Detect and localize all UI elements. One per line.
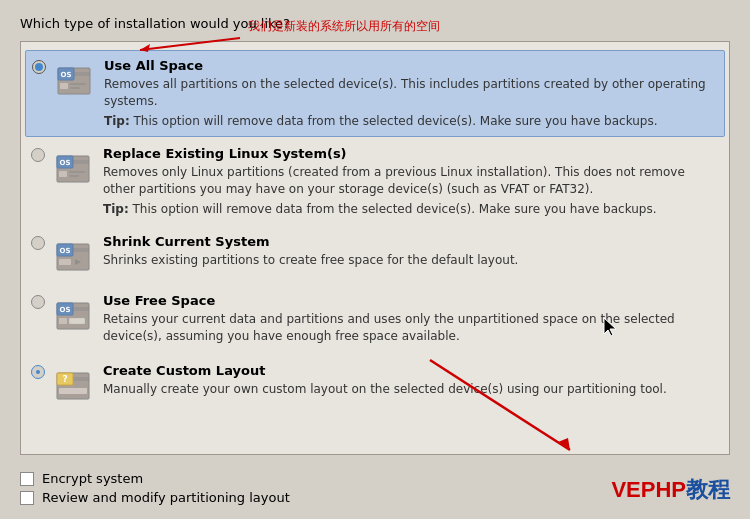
disk-free-icon: OS [53,293,93,333]
svg-rect-24 [69,318,85,324]
main-container: Which type of installation would you lik… [0,0,750,519]
disk-custom-icon: ? [53,363,93,403]
text-col-1: Use All Space Removes all partitions on … [104,58,718,129]
svg-text:OS: OS [60,247,71,255]
option-desc-4: Retains your current data and partitions… [103,311,719,345]
icon-col-3: OS [53,234,95,277]
icon-col-4: OS [53,293,95,336]
text-col-2: Replace Existing Linux System(s) Removes… [103,146,719,217]
radio-indicator-2 [31,148,45,162]
option-replace-linux[interactable]: OS Replace Existing Linux System(s) Remo… [25,139,725,224]
svg-text:?: ? [62,374,67,384]
option-shrink-current[interactable]: OS Shrink Current System Shrinks existin… [25,227,725,284]
option-desc-5: Manually create your own custom layout o… [103,381,719,398]
svg-rect-29 [59,388,87,394]
radio-shrink-current[interactable] [31,234,53,250]
option-title-2: Replace Existing Linux System(s) [103,146,719,161]
svg-text:OS: OS [60,306,71,314]
disk-os-icon-2: OS [53,146,93,186]
watermark: VEPHP教程 [611,475,730,505]
watermark-text: VEPHP [611,477,686,502]
option-desc-1: Removes all partitions on the selected d… [104,76,718,110]
radio-replace-linux[interactable] [31,146,53,162]
radio-indicator-5 [31,365,45,379]
option-tip-1: Tip: This option will remove data from t… [104,113,718,130]
review-partitioning-checkbox[interactable] [20,491,34,505]
encrypt-system-checkbox[interactable] [20,472,34,486]
svg-rect-12 [69,171,85,173]
svg-rect-13 [69,175,79,177]
icon-col-5: ? [53,363,95,406]
svg-rect-4 [60,83,68,89]
radio-create-custom[interactable] [31,363,53,379]
option-use-all-space[interactable]: OS Use All Space Removes all partitions … [25,50,725,137]
radio-indicator-4 [31,295,45,309]
icon-col-2: OS [53,146,95,189]
svg-text:OS: OS [60,159,71,167]
option-title-3: Shrink Current System [103,234,719,249]
svg-rect-5 [70,83,86,85]
svg-rect-11 [59,171,67,177]
svg-text:OS: OS [61,71,72,79]
icon-col-1: OS [54,58,96,101]
option-tip-2: Tip: This option will remove data from t… [103,201,719,218]
text-col-5: Create Custom Layout Manually create you… [103,363,719,401]
chinese-annotation: 我们是新装的系统所以用所有的空间 [248,18,440,35]
disk-shrink-icon: OS [53,234,93,274]
svg-rect-18 [59,259,71,265]
review-partitioning-label: Review and modify partitioning layout [42,490,290,505]
radio-use-all-space[interactable] [32,58,54,74]
disk-os-icon-1: OS [54,58,94,98]
option-use-free-space[interactable]: OS Use Free Space Retains your current d… [25,286,725,355]
option-title-1: Use All Space [104,58,718,73]
option-desc-3: Shrinks existing partitions to create fr… [103,252,719,269]
option-desc-2: Removes only Linux partitions (created f… [103,164,719,198]
svg-rect-23 [59,318,67,324]
encrypt-system-label: Encrypt system [42,471,143,486]
option-create-custom[interactable]: ? Create Custom Layout Manually create y… [25,356,725,413]
radio-indicator [32,60,46,74]
radio-use-free-space[interactable] [31,293,53,309]
text-col-4: Use Free Space Retains your current data… [103,293,719,348]
radio-indicator-3 [31,236,45,250]
option-title-5: Create Custom Layout [103,363,719,378]
text-col-3: Shrink Current System Shrinks existing p… [103,234,719,272]
option-title-4: Use Free Space [103,293,719,308]
options-area: OS Use All Space Removes all partitions … [20,41,730,455]
svg-rect-6 [70,87,80,89]
